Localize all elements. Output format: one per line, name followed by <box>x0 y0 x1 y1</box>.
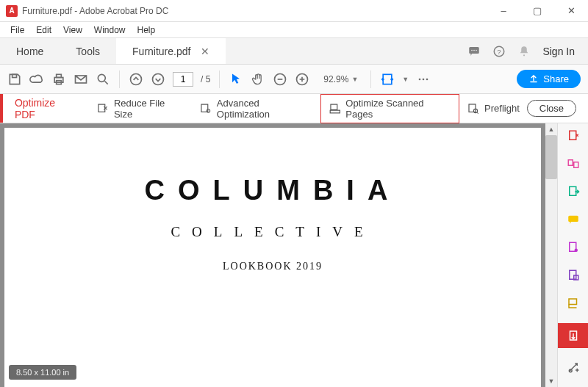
doc-title: COLUMBIA <box>4 175 541 206</box>
optimize-pdf-tool[interactable] <box>558 323 589 348</box>
share-button[interactable]: Share <box>517 70 581 88</box>
advanced-icon <box>199 102 212 115</box>
svg-point-18 <box>419 78 421 80</box>
optimize-title: Optimize PDF <box>3 97 89 120</box>
doc-tagline: LOOKBOOK 2019 <box>4 261 541 272</box>
reduce-label: Reduce File Size <box>114 98 184 120</box>
sign-in-link[interactable]: Sign In <box>542 46 575 57</box>
more-tools[interactable] <box>565 360 581 376</box>
scroll-thumb[interactable] <box>545 135 557 179</box>
tab-document-label: Furniture.pdf <box>132 46 190 57</box>
scroll-up-arrow[interactable]: ▲ <box>545 123 557 135</box>
upload-icon <box>528 74 539 84</box>
tab-tools[interactable]: Tools <box>60 38 116 64</box>
menu-view[interactable]: View <box>57 25 88 35</box>
svg-rect-30 <box>573 162 578 168</box>
close-panel-button[interactable]: Close <box>527 100 576 117</box>
svg-rect-9 <box>57 74 62 77</box>
svg-point-1 <box>472 49 473 51</box>
svg-rect-28 <box>569 131 576 140</box>
svg-rect-7 <box>12 74 17 77</box>
optimize-scanned-pages-button[interactable]: Optimize Scanned Pages <box>320 94 459 123</box>
page-up-icon[interactable] <box>129 72 143 87</box>
svg-rect-37 <box>569 299 577 305</box>
separator <box>370 70 371 88</box>
scanner-icon <box>329 102 342 115</box>
tab-document[interactable]: Furniture.pdf ✕ <box>116 38 226 64</box>
comment-icon[interactable] <box>467 45 481 58</box>
menu-edit[interactable]: Edit <box>30 25 57 35</box>
cloud-icon[interactable] <box>29 72 44 87</box>
svg-point-34 <box>574 249 578 253</box>
zoom-value: 92.9% <box>320 74 351 84</box>
svg-rect-21 <box>98 104 105 112</box>
search-icon[interactable] <box>96 72 110 87</box>
page-dimensions-badge: 8.50 x 11.00 in <box>9 365 76 380</box>
mail-icon[interactable] <box>74 72 88 87</box>
create-pdf-tool[interactable] <box>565 128 581 144</box>
zoom-out-icon[interactable] <box>273 72 287 87</box>
svg-point-3 <box>476 49 478 51</box>
zoom-in-icon[interactable] <box>295 72 309 87</box>
menu-file[interactable]: File <box>4 25 30 35</box>
tab-close-icon[interactable]: ✕ <box>201 46 209 57</box>
reduce-file-size-button[interactable]: Reduce File Size <box>89 95 192 123</box>
menu-bar: File Edit View Window Help <box>0 22 588 38</box>
help-icon[interactable]: ? <box>492 45 506 58</box>
fill-sign-tool[interactable] <box>565 295 581 311</box>
svg-point-19 <box>423 78 425 80</box>
tab-home[interactable]: Home <box>0 38 60 64</box>
tab-bar: Home Tools Furniture.pdf ✕ ? Sign In <box>0 38 588 65</box>
advanced-label: Advanced Optimization <box>217 98 313 120</box>
organize-tool[interactable] <box>565 239 581 256</box>
workspace: COLUMBIA COLLECTIVE LOOKBOOK 2019 INSPIR… <box>0 123 557 387</box>
more-icon[interactable] <box>416 72 431 87</box>
svg-text:?: ? <box>498 47 502 55</box>
minimize-button[interactable]: – <box>487 0 520 22</box>
svg-point-14 <box>153 73 164 84</box>
menu-window[interactable]: Window <box>88 25 132 35</box>
page-total-label: / 5 <box>201 74 210 84</box>
title-bar: A Furniture.pdf - Adobe Acrobat Pro DC –… <box>0 0 588 22</box>
page-number-input[interactable] <box>173 72 193 87</box>
fit-width-icon[interactable] <box>380 72 395 87</box>
main-toolbar: / 5 92.9% ▼ ▼ Share <box>0 65 588 94</box>
scroll-down-arrow[interactable]: ▼ <box>545 375 557 387</box>
advanced-optimization-button[interactable]: Advanced Optimization <box>192 95 320 123</box>
chevron-down-icon[interactable]: ▼ <box>402 76 409 83</box>
separator <box>119 70 120 88</box>
vertical-scrollbar[interactable]: ▲ ▼ <box>545 123 557 387</box>
doc-subtitle: COLLECTIVE <box>4 224 541 240</box>
page-viewport[interactable]: COLUMBIA COLLECTIVE LOOKBOOK 2019 INSPIR… <box>0 123 545 387</box>
share-label: Share <box>543 73 569 84</box>
svg-rect-24 <box>331 104 337 109</box>
close-window-button[interactable]: ✕ <box>554 0 588 22</box>
chevron-down-icon: ▼ <box>351 76 358 83</box>
right-tool-panel <box>557 123 588 387</box>
zoom-select[interactable]: 92.9% ▼ <box>317 73 362 86</box>
print-icon[interactable] <box>51 72 66 87</box>
hand-icon[interactable] <box>251 72 265 87</box>
maximize-button[interactable]: ▢ <box>520 0 554 22</box>
svg-point-6 <box>523 54 525 56</box>
protect-tool[interactable] <box>565 267 581 283</box>
comment-tool[interactable] <box>565 211 581 228</box>
svg-rect-25 <box>330 110 340 113</box>
svg-rect-29 <box>568 160 573 166</box>
save-icon[interactable] <box>7 72 22 87</box>
svg-point-2 <box>474 49 476 51</box>
reduce-icon <box>96 102 110 115</box>
svg-rect-32 <box>568 216 578 222</box>
preflight-icon <box>467 102 480 115</box>
combine-tool[interactable] <box>565 156 581 172</box>
scroll-track[interactable] <box>545 135 557 375</box>
preflight-button[interactable]: Preflight <box>459 99 527 118</box>
window-title: Furniture.pdf - Adobe Acrobat Pro DC <box>22 6 168 16</box>
pointer-icon[interactable] <box>229 72 243 87</box>
menu-help[interactable]: Help <box>132 25 162 35</box>
pdf-page: COLUMBIA COLLECTIVE LOOKBOOK 2019 INSPIR… <box>4 128 541 387</box>
bell-icon[interactable] <box>517 45 531 58</box>
export-pdf-tool[interactable] <box>565 184 581 200</box>
scanned-label: Optimize Scanned Pages <box>345 98 451 120</box>
page-down-icon[interactable] <box>151 72 165 87</box>
